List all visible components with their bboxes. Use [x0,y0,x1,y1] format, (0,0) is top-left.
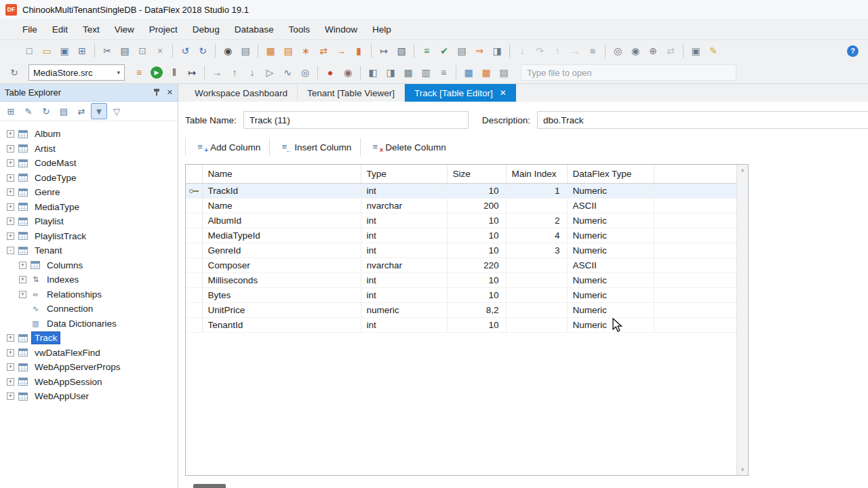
todo-list-icon[interactable]: ≡ [418,43,435,58]
compile-icon[interactable]: ≡ [131,65,147,80]
table-row[interactable]: AlbumIdint102Numeric [186,214,737,228]
file-selector-combo[interactable]: MediaStore.src ▾ [28,64,125,81]
insert-column-button[interactable]: ≡←Insert Column [269,138,360,156]
find-next-icon[interactable]: ◉ [627,43,644,58]
play-next-icon[interactable]: ▷ [262,65,278,80]
save-icon[interactable]: ▣ [56,43,73,58]
tree-item-artist[interactable]: +Artist [0,142,178,157]
tree-item-playlisttrack[interactable]: +PlaylistTrack [0,229,178,244]
cell-size[interactable]: 10 [447,184,506,199]
delete-column-button[interactable]: ≡×Delete Column [360,138,454,156]
expander-icon[interactable]: + [7,392,14,400]
menu-file[interactable]: File [15,21,45,38]
tree-item-genre[interactable]: +Genre [0,185,178,200]
menu-text[interactable]: Text [75,21,107,38]
goto-line-icon[interactable]: → [333,43,349,58]
sync-icon[interactable]: ↻ [6,65,22,80]
save-all-icon[interactable]: ⊞ [74,43,90,58]
window-list-icon[interactable]: ≡ [435,65,452,80]
panel-right-icon[interactable]: ◨ [489,43,505,58]
cell-name[interactable]: TrackId [202,184,361,199]
expander-icon[interactable]: - [7,247,14,254]
tab-track-table-editor[interactable]: Track [Table Editor]✕ [405,84,516,102]
menu-database[interactable]: Database [227,21,281,38]
cell-type[interactable]: int [361,184,447,199]
tree-item-relationships[interactable]: +∞Relationships [0,287,178,302]
new-window-icon[interactable]: ▣ [688,43,704,58]
tree-item-webappsession[interactable]: +WebAppSession [0,375,178,390]
breakpoint-icon[interactable]: ● [322,65,338,80]
cell-type[interactable]: int [361,288,447,303]
table-view-icon[interactable]: ▦ [460,65,477,80]
grid-scrollbar[interactable]: ∧ ∨ [736,165,748,475]
cell-main-index[interactable] [506,258,567,273]
column-header-name[interactable]: Name [202,165,361,184]
arrow-up-icon[interactable]: ↑ [226,65,243,80]
cell-main-index[interactable]: 3 [506,243,567,258]
expander-icon[interactable]: + [7,232,14,240]
table-edit-icon[interactable]: ▦ [478,65,494,80]
breakpoint-find-icon[interactable]: ◉ [340,65,356,80]
expander-icon[interactable]: + [7,218,14,225]
open-workspace-icon[interactable]: ↦ [376,43,392,58]
cell-name[interactable]: Bytes [202,288,361,303]
menu-window[interactable]: Window [317,21,365,38]
cell-type[interactable]: nvarchar [361,199,447,214]
debug-stop-icon[interactable]: ■ [585,43,601,58]
row-selector-cell[interactable] [186,184,202,199]
cell-dataflex-type[interactable]: Numeric [567,228,654,243]
table-row[interactable]: Namenvarchar200ASCII [186,199,737,214]
debug-run-to-cursor-icon[interactable]: → [567,43,583,58]
cut-icon[interactable]: ✂ [99,43,115,58]
refresh-tables-icon[interactable]: ↻ [38,103,54,119]
expander-icon[interactable]: + [19,291,26,298]
row-selector-cell[interactable] [186,214,202,228]
split-vertical-icon[interactable]: ◨ [382,65,399,80]
cell-name[interactable]: AlbumId [202,214,361,228]
edit-table-icon[interactable]: ✎ [20,103,37,119]
row-selector-cell[interactable] [186,303,202,318]
columns-bottom-tab[interactable] [193,484,226,488]
expander-icon[interactable]: + [19,276,26,283]
help-icon[interactable]: ? [847,45,859,57]
cell-size[interactable]: 8,2 [447,303,506,318]
bookmark-icon[interactable]: ▮ [351,43,367,58]
expander-icon[interactable]: + [7,174,14,182]
zoom-icon[interactable]: ⊕ [645,43,661,58]
cell-size[interactable]: 220 [447,258,506,273]
cell-type[interactable]: int [361,243,447,258]
tree-item-columns[interactable]: +Columns [0,258,178,273]
debug-step-over-icon[interactable]: ↷ [532,43,548,58]
expander-icon[interactable]: + [7,159,14,167]
expander-icon[interactable]: + [7,349,14,357]
add-table-icon[interactable]: ⊞ [3,103,19,119]
find-in-files-icon[interactable]: ∗ [298,43,314,58]
row-selector-cell[interactable] [186,199,202,214]
cell-size[interactable]: 10 [447,243,506,258]
cell-dataflex-type[interactable]: Numeric [567,288,654,303]
table-row[interactable]: GenreIdint103Numeric [186,243,737,258]
copy-icon[interactable]: ▤ [117,43,133,58]
tree-item-codemast[interactable]: +CodeMast [0,156,178,171]
curve-arrow-icon[interactable]: ∿ [279,65,296,80]
arrow-down-icon[interactable]: ↓ [244,65,260,80]
cell-name[interactable]: TenantId [202,318,361,333]
cell-dataflex-type[interactable]: Numeric [567,184,654,199]
cell-size[interactable]: 10 [447,228,506,243]
arrow-right-icon[interactable]: → [209,65,225,80]
cell-main-index[interactable] [506,199,567,214]
tree-item-track[interactable]: +Track [0,331,178,346]
cell-main-index[interactable]: 2 [506,214,567,228]
open-folder-icon[interactable]: ▭ [39,43,55,58]
cell-type[interactable]: int [361,318,447,333]
open-file-input[interactable] [521,64,736,81]
row-selector-cell[interactable] [186,228,202,243]
cell-name[interactable]: Milliseconds [202,273,361,288]
tree-item-mediatype[interactable]: +MediaType [0,200,178,215]
table-row[interactable]: UnitPricenumeric8,2Numeric [186,303,737,318]
cell-size[interactable]: 10 [447,273,506,288]
scroll-down-icon[interactable]: ∨ [741,466,745,472]
cell-main-index[interactable] [506,273,567,288]
cell-type[interactable]: nvarchar [361,258,447,273]
macro-record-icon[interactable]: ◉ [220,43,236,58]
